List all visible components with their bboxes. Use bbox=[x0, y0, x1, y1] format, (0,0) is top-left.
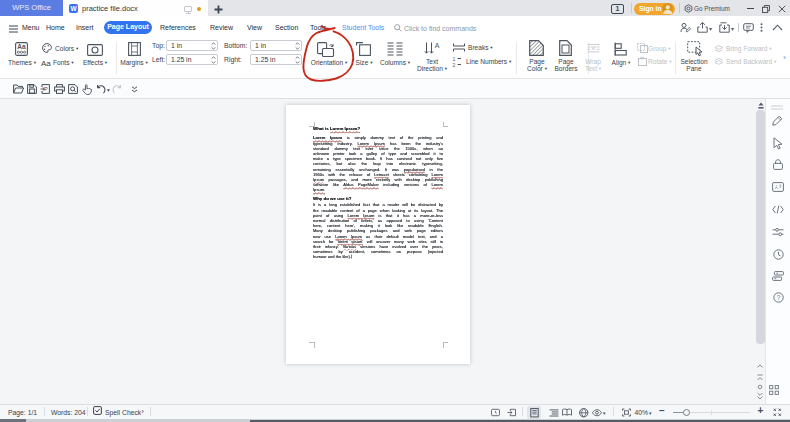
svg-text:2: 2 bbox=[453, 62, 456, 68]
svg-text:Aa: Aa bbox=[17, 43, 26, 50]
svg-text:?: ? bbox=[777, 294, 781, 301]
svg-text:A: A bbox=[435, 42, 440, 49]
